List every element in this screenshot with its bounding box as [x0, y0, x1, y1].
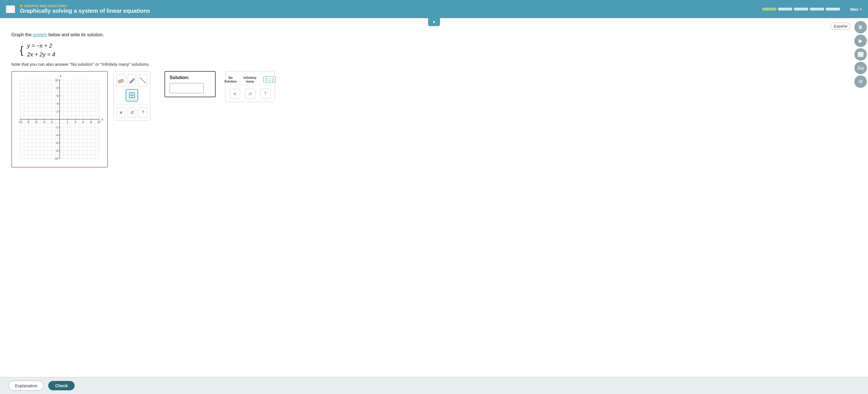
svg-line-5: [141, 78, 145, 83]
progress-seg-2: [778, 8, 792, 10]
espanol-button[interactable]: Español: [830, 23, 851, 30]
no-solution-label: NoSolution: [224, 76, 237, 83]
answer-options-row: NoSolution Infinitelymany (□,□): [228, 75, 272, 85]
undo-button[interactable]: ↺: [128, 107, 136, 118]
svg-point-11: [131, 95, 132, 96]
line-button[interactable]: [138, 74, 147, 87]
equation-block: { y = −x + 2 2x + 2y = 4: [20, 42, 857, 58]
progress-seg-4: [810, 8, 824, 10]
check-button[interactable]: Check: [48, 381, 74, 390]
coordinate-symbol: (□,□): [263, 76, 276, 83]
system-link[interactable]: system: [33, 32, 48, 37]
no-solution-button[interactable]: NoSolution: [222, 75, 239, 85]
progress-seg-3: [794, 8, 808, 10]
tools-divider: [117, 104, 147, 105]
answer-options-panel: NoSolution Infinitelymany (□,□) ✕ ↺ ?: [225, 71, 275, 102]
svg-rect-0: [858, 52, 860, 57]
tools-mid-row: [117, 89, 147, 101]
graph-container[interactable]: [11, 71, 108, 167]
equation-brace: {: [20, 44, 23, 56]
solution-box: Solution:: [164, 71, 216, 97]
collapse-button[interactable]: ▼: [428, 18, 440, 26]
ans-help-button[interactable]: ?: [260, 89, 271, 99]
explanation-button[interactable]: Explanation: [8, 381, 44, 391]
infinitely-many-label: Infinitelymany: [244, 76, 256, 83]
note-text: Note that you can also answer "No soluti…: [11, 62, 857, 67]
ans-clear-button[interactable]: ✕: [230, 89, 240, 99]
clear-button[interactable]: ✕: [117, 107, 125, 118]
equation-1: y = −x + 2: [27, 42, 55, 49]
tools-bottom-row: ✕ ↺ ?: [117, 107, 147, 118]
chevron-down-icon: ▼: [860, 8, 862, 11]
solution-input[interactable]: [169, 83, 204, 93]
infinitely-many-button[interactable]: Infinitelymany: [241, 75, 259, 85]
tools-top-row: [117, 74, 147, 87]
problem-intro: Graph the system below and write its sol…: [11, 32, 857, 37]
pencil-button[interactable]: [128, 74, 136, 87]
svg-rect-1: [861, 52, 863, 57]
svg-point-7: [145, 82, 146, 83]
category-dot: [20, 4, 23, 7]
progress-bar: [762, 8, 840, 10]
coordinate-button[interactable]: (□,□): [261, 75, 278, 84]
menu-button[interactable]: [6, 5, 15, 13]
graph-area: ✕ ↺ ? Solution: NoSolution Infinitelyman…: [11, 71, 857, 167]
help-button[interactable]: ?: [138, 107, 147, 118]
solution-area: Solution:: [164, 71, 216, 97]
page-title: Graphically solving a system of linear e…: [20, 8, 150, 14]
title-block: GRAPHS AND FUNCTIONS Graphically solving…: [20, 4, 150, 14]
ans-opts-controls: ✕ ↺ ?: [228, 89, 272, 99]
ans-undo-button[interactable]: ↺: [245, 89, 255, 99]
progress-seg-5: [826, 8, 840, 10]
mail-icon-btn[interactable]: ✉: [855, 75, 867, 88]
progress-seg-1: [762, 8, 776, 10]
video-icon-btn[interactable]: ▶: [855, 35, 867, 47]
eraser-button[interactable]: [117, 74, 125, 87]
right-sidebar: 🖩 ▶ Aa ✉: [853, 18, 868, 91]
calculator-icon-btn[interactable]: 🖩: [855, 21, 867, 33]
category-label: GRAPHS AND FUNCTIONS: [20, 4, 150, 8]
svg-rect-4: [118, 79, 124, 83]
bottom-bar: Explanation Check: [0, 377, 868, 394]
header: GRAPHS AND FUNCTIONS Graphically solving…: [0, 0, 868, 18]
tools-panel: ✕ ↺ ?: [114, 71, 150, 121]
main-content: ▼ Español Graph the system below and wri…: [0, 18, 868, 394]
svg-point-6: [140, 78, 141, 79]
graph-canvas[interactable]: [12, 72, 107, 167]
equations: y = −x + 2 2x + 2y = 4: [27, 42, 55, 58]
book-icon-btn[interactable]: [855, 48, 867, 61]
user-menu[interactable]: Max ▼: [850, 7, 862, 12]
font-size-icon-btn[interactable]: Aa: [855, 62, 867, 74]
equation-2: 2x + 2y = 4: [27, 51, 55, 58]
move-button[interactable]: [126, 89, 138, 101]
solution-label: Solution:: [169, 75, 211, 80]
